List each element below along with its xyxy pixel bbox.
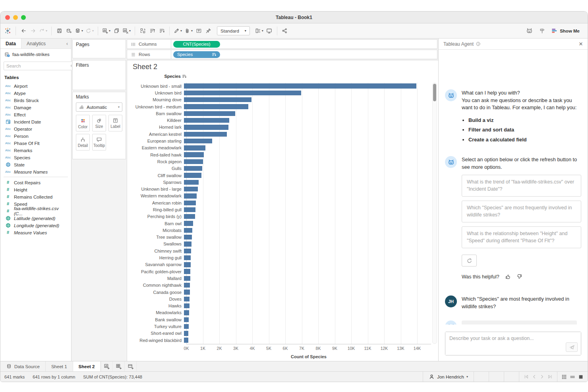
filmstrip-view-button[interactable] <box>570 374 575 380</box>
bar-label[interactable]: Meadowlarks <box>129 310 184 315</box>
bar[interactable] <box>184 297 190 301</box>
bar-label[interactable]: Chimney swift <box>129 249 184 253</box>
sort-icon[interactable] <box>182 74 186 79</box>
bar[interactable] <box>184 201 196 205</box>
share-button[interactable] <box>280 26 290 36</box>
suggestion-option[interactable]: What is the relationship between "Height… <box>462 226 581 248</box>
bar-label[interactable]: Bank swallow <box>129 317 184 322</box>
field-item[interactable]: Incident Date <box>0 118 71 125</box>
bar-label[interactable]: Ring-billed gull <box>129 207 184 212</box>
bar[interactable] <box>184 173 201 178</box>
bar[interactable] <box>184 111 235 116</box>
bar-label[interactable]: Unknown bird <box>129 91 184 95</box>
bar[interactable] <box>184 97 251 102</box>
labels-button[interactable]: ▾ <box>254 26 265 36</box>
close-panel-button[interactable]: × <box>579 41 583 47</box>
filters-shelf[interactable]: Filters <box>72 60 126 90</box>
field-item[interactable]: AbcBirds Struck <box>0 97 71 104</box>
field-item[interactable]: AbcMeasure Names <box>0 168 71 175</box>
bar[interactable] <box>184 193 197 198</box>
collapse-pane-icon[interactable]: ‹ <box>63 39 71 48</box>
bar[interactable] <box>184 317 189 322</box>
bar[interactable] <box>184 255 191 260</box>
columns-pill[interactable]: CNT(Species) <box>173 41 220 48</box>
field-item[interactable]: #faa-wildlife-strikes.csv (C... <box>0 207 71 214</box>
bar[interactable] <box>184 283 190 288</box>
bar[interactable] <box>184 331 188 336</box>
bar-label[interactable]: Gulls <box>129 166 184 171</box>
bar-label[interactable]: Savannah sparrow <box>129 262 184 267</box>
bar[interactable] <box>184 262 191 267</box>
back-button[interactable] <box>19 26 28 36</box>
tab-data[interactable]: Data <box>0 39 21 48</box>
datasource-item[interactable]: faa-wildlife-strikes <box>0 49 71 60</box>
ws-add-button[interactable]: ▾ <box>101 26 112 36</box>
field-item[interactable]: #Height <box>0 186 71 193</box>
bar[interactable] <box>184 207 195 212</box>
forward-button[interactable] <box>28 26 38 36</box>
tab-data-source[interactable]: Data Source <box>0 361 46 371</box>
pencil-button[interactable]: ▾ <box>172 26 183 36</box>
suggestion-option[interactable]: What is the trend of "faa-wildlife-strik… <box>462 175 581 197</box>
field-item[interactable]: AbcAtype <box>0 89 71 97</box>
bar-label[interactable]: Hawks <box>129 303 184 308</box>
bar-label[interactable]: Perching birds (y) <box>129 214 184 219</box>
x-axis-title[interactable]: Count of Species <box>186 354 431 359</box>
present-button[interactable] <box>265 26 274 36</box>
bar[interactable] <box>184 269 190 274</box>
minimize-window-button[interactable] <box>13 15 18 20</box>
bar[interactable] <box>184 187 198 191</box>
bar[interactable] <box>184 310 189 315</box>
bar-label[interactable]: Red-tailed hawk <box>129 153 184 157</box>
bar[interactable] <box>184 118 229 123</box>
bar-label[interactable]: Canada goose <box>129 290 184 295</box>
thumbs-down-icon[interactable] <box>516 274 522 280</box>
previous-sheet-button[interactable] <box>531 374 537 380</box>
rows-shelf[interactable]: Species <box>171 50 437 59</box>
color-button[interactable]: Color <box>76 115 90 131</box>
fit-mode-selector[interactable]: Standard▾ <box>217 26 250 35</box>
sort-desc-button[interactable] <box>157 26 166 36</box>
next-sheet-button[interactable] <box>539 374 545 380</box>
bar-label[interactable]: Barn owl <box>129 221 184 226</box>
bar-label[interactable]: European starling <box>129 139 184 143</box>
rows-pill[interactable]: Species <box>173 51 220 58</box>
sheet-title[interactable]: Sheet 2 <box>133 63 157 71</box>
bar[interactable] <box>184 145 205 150</box>
pages-shelf[interactable]: Pages <box>72 39 126 58</box>
bar-label[interactable]: American kestrel <box>129 132 184 137</box>
bar-label[interactable]: Doves <box>129 297 184 301</box>
bar-label[interactable]: Common nighthawk <box>129 283 184 288</box>
bar[interactable] <box>184 214 195 219</box>
mark-type-selector[interactable]: Automatic ▾ <box>76 102 122 112</box>
bar[interactable] <box>184 228 192 233</box>
field-item[interactable]: #Remains Collected <box>0 193 71 200</box>
tab-analytics[interactable]: Analytics <box>21 39 51 48</box>
swap-button[interactable] <box>138 26 147 36</box>
bar-label[interactable]: Swallows <box>129 241 184 246</box>
field-item[interactable]: Longitude (generated) <box>0 222 71 229</box>
new-story-button[interactable] <box>125 361 137 371</box>
label-button[interactable]: Label <box>108 115 122 131</box>
last-sheet-button[interactable] <box>547 374 553 380</box>
tab-sheet1[interactable]: Sheet 1 <box>46 361 73 371</box>
refresh-options-button[interactable] <box>462 255 477 266</box>
bar-label[interactable]: Barn swallow <box>129 111 184 116</box>
bar[interactable] <box>184 221 193 226</box>
chart-scrollbar[interactable] <box>432 83 437 344</box>
bar[interactable] <box>184 276 190 281</box>
sort-descending-icon[interactable] <box>212 52 216 57</box>
bar-label[interactable]: Pacific golden-plover <box>129 269 184 274</box>
bar-label[interactable]: Western meadowlark <box>129 193 184 198</box>
bar-label[interactable]: Microbats <box>129 228 184 233</box>
suggestion-option[interactable]: Which "Species" are most frequently invo… <box>462 201 581 222</box>
bar[interactable] <box>184 180 199 185</box>
bar[interactable] <box>184 324 189 329</box>
field-item[interactable]: #Measure Values <box>0 229 71 236</box>
field-item[interactable]: AbcSpecies <box>0 154 71 161</box>
tooltip-button[interactable]: Tooltip <box>92 134 106 151</box>
bar-label[interactable]: Horned lark <box>129 125 184 129</box>
agent-toolbar-icon[interactable] <box>526 27 533 34</box>
bar[interactable] <box>184 338 188 342</box>
redo-button[interactable]: ▾ <box>38 26 48 36</box>
